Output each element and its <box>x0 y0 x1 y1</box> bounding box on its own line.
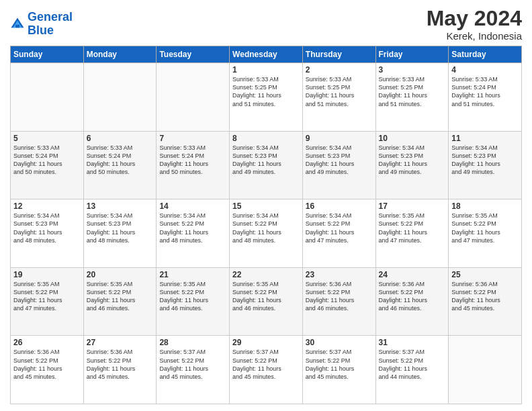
day-info: Sunrise: 5:33 AM Sunset: 5:24 PM Dayligh… <box>451 75 519 108</box>
day-number: 19 <box>13 270 81 279</box>
day-number: 15 <box>232 201 300 211</box>
day-info: Sunrise: 5:34 AM Sunset: 5:22 PM Dayligh… <box>306 212 373 244</box>
calendar-header-saturday: Saturday <box>449 46 522 63</box>
day-info: Sunrise: 5:33 AM Sunset: 5:25 PM Dayligh… <box>232 75 300 108</box>
calendar-cell: 15Sunrise: 5:34 AM Sunset: 5:22 PM Dayli… <box>230 199 303 268</box>
calendar-week-5: 26Sunrise: 5:36 AM Sunset: 5:22 PM Dayli… <box>11 336 522 404</box>
day-info: Sunrise: 5:34 AM Sunset: 5:23 PM Dayligh… <box>306 144 373 177</box>
day-info: Sunrise: 5:33 AM Sunset: 5:24 PM Dayligh… <box>159 144 226 177</box>
title-block: May 2024 Kerek, Indonesia <box>427 7 522 42</box>
day-info: Sunrise: 5:36 AM Sunset: 5:22 PM Dayligh… <box>13 348 81 381</box>
calendar-cell: 11Sunrise: 5:34 AM Sunset: 5:23 PM Dayli… <box>449 131 522 199</box>
calendar-header-row: SundayMondayTuesdayWednesdayThursdayFrid… <box>11 46 522 63</box>
calendar-cell: 25Sunrise: 5:36 AM Sunset: 5:22 PM Dayli… <box>449 267 522 336</box>
day-info: Sunrise: 5:33 AM Sunset: 5:24 PM Dayligh… <box>13 144 81 177</box>
day-number: 11 <box>451 134 519 143</box>
calendar-cell: 4Sunrise: 5:33 AM Sunset: 5:24 PM Daylig… <box>449 63 522 132</box>
calendar-header-monday: Monday <box>83 46 157 63</box>
calendar-week-3: 12Sunrise: 5:34 AM Sunset: 5:23 PM Dayli… <box>11 199 522 268</box>
day-number: 1 <box>232 65 300 75</box>
calendar-cell: 31Sunrise: 5:37 AM Sunset: 5:22 PM Dayli… <box>375 336 449 404</box>
calendar-cell <box>157 63 230 132</box>
day-number: 29 <box>232 338 300 347</box>
calendar-cell: 23Sunrise: 5:36 AM Sunset: 5:22 PM Dayli… <box>302 267 375 336</box>
calendar-cell: 14Sunrise: 5:34 AM Sunset: 5:22 PM Dayli… <box>157 199 230 268</box>
calendar-week-1: 1Sunrise: 5:33 AM Sunset: 5:25 PM Daylig… <box>11 63 522 132</box>
day-info: Sunrise: 5:37 AM Sunset: 5:22 PM Dayligh… <box>379 348 446 381</box>
day-info: Sunrise: 5:34 AM Sunset: 5:23 PM Dayligh… <box>232 144 300 177</box>
day-number: 6 <box>87 134 154 143</box>
day-info: Sunrise: 5:34 AM Sunset: 5:23 PM Dayligh… <box>451 144 519 177</box>
day-number: 4 <box>451 65 519 75</box>
calendar-cell: 28Sunrise: 5:37 AM Sunset: 5:22 PM Dayli… <box>157 336 230 404</box>
calendar-week-2: 5Sunrise: 5:33 AM Sunset: 5:24 PM Daylig… <box>11 131 522 199</box>
day-info: Sunrise: 5:34 AM Sunset: 5:22 PM Dayligh… <box>159 212 226 244</box>
header: General Blue May 2024 Kerek, Indonesia <box>10 7 522 42</box>
calendar-cell: 8Sunrise: 5:34 AM Sunset: 5:23 PM Daylig… <box>230 131 303 199</box>
day-number: 2 <box>306 65 373 75</box>
day-number: 27 <box>87 338 154 347</box>
calendar-cell: 9Sunrise: 5:34 AM Sunset: 5:23 PM Daylig… <box>302 131 375 199</box>
page: General Blue May 2024 Kerek, Indonesia S… <box>0 0 532 411</box>
day-number: 23 <box>306 270 373 279</box>
logo-line2: Blue <box>28 24 54 37</box>
calendar-cell: 10Sunrise: 5:34 AM Sunset: 5:23 PM Dayli… <box>375 131 449 199</box>
day-info: Sunrise: 5:36 AM Sunset: 5:22 PM Dayligh… <box>379 280 446 313</box>
calendar-header-sunday: Sunday <box>11 46 84 63</box>
calendar-cell: 12Sunrise: 5:34 AM Sunset: 5:23 PM Dayli… <box>11 199 84 268</box>
calendar-cell: 13Sunrise: 5:34 AM Sunset: 5:23 PM Dayli… <box>83 199 157 268</box>
day-info: Sunrise: 5:34 AM Sunset: 5:23 PM Dayligh… <box>13 212 81 244</box>
day-number: 14 <box>159 201 226 211</box>
day-number: 28 <box>159 338 226 347</box>
day-number: 20 <box>87 270 154 279</box>
day-number: 8 <box>232 134 300 143</box>
day-number: 22 <box>232 270 300 279</box>
calendar-cell: 3Sunrise: 5:33 AM Sunset: 5:25 PM Daylig… <box>375 63 449 132</box>
calendar-cell: 20Sunrise: 5:35 AM Sunset: 5:22 PM Dayli… <box>83 267 157 336</box>
day-info: Sunrise: 5:37 AM Sunset: 5:22 PM Dayligh… <box>159 348 226 381</box>
calendar-table: SundayMondayTuesdayWednesdayThursdayFrid… <box>10 46 522 404</box>
day-info: Sunrise: 5:37 AM Sunset: 5:22 PM Dayligh… <box>232 348 300 381</box>
subtitle: Kerek, Indonesia <box>427 30 522 42</box>
day-number: 30 <box>306 338 373 347</box>
day-info: Sunrise: 5:35 AM Sunset: 5:22 PM Dayligh… <box>159 280 226 313</box>
day-info: Sunrise: 5:34 AM Sunset: 5:22 PM Dayligh… <box>232 212 300 244</box>
day-number: 3 <box>379 65 446 75</box>
calendar-cell: 1Sunrise: 5:33 AM Sunset: 5:25 PM Daylig… <box>230 63 303 132</box>
day-info: Sunrise: 5:36 AM Sunset: 5:22 PM Dayligh… <box>451 280 519 313</box>
calendar-cell <box>11 63 84 132</box>
day-number: 17 <box>379 201 446 211</box>
day-number: 26 <box>13 338 81 347</box>
calendar-cell: 16Sunrise: 5:34 AM Sunset: 5:22 PM Dayli… <box>302 199 375 268</box>
day-info: Sunrise: 5:37 AM Sunset: 5:22 PM Dayligh… <box>306 348 373 381</box>
calendar-cell <box>83 63 157 132</box>
calendar-cell <box>449 336 522 404</box>
calendar-cell: 17Sunrise: 5:35 AM Sunset: 5:22 PM Dayli… <box>375 199 449 268</box>
calendar-week-4: 19Sunrise: 5:35 AM Sunset: 5:22 PM Dayli… <box>11 267 522 336</box>
day-number: 25 <box>451 270 519 279</box>
day-number: 5 <box>13 134 81 143</box>
main-title: May 2024 <box>427 7 522 30</box>
calendar-header-thursday: Thursday <box>302 46 375 63</box>
calendar-cell: 29Sunrise: 5:37 AM Sunset: 5:22 PM Dayli… <box>230 336 303 404</box>
day-info: Sunrise: 5:35 AM Sunset: 5:22 PM Dayligh… <box>451 212 519 244</box>
calendar-cell: 24Sunrise: 5:36 AM Sunset: 5:22 PM Dayli… <box>375 267 449 336</box>
calendar-cell: 7Sunrise: 5:33 AM Sunset: 5:24 PM Daylig… <box>157 131 230 199</box>
day-number: 21 <box>159 270 226 279</box>
logo-icon <box>10 17 25 32</box>
day-info: Sunrise: 5:35 AM Sunset: 5:22 PM Dayligh… <box>13 280 81 313</box>
day-number: 18 <box>451 201 519 211</box>
day-info: Sunrise: 5:34 AM Sunset: 5:23 PM Dayligh… <box>87 212 154 244</box>
calendar-header-tuesday: Tuesday <box>157 46 230 63</box>
day-number: 16 <box>306 201 373 211</box>
day-info: Sunrise: 5:33 AM Sunset: 5:25 PM Dayligh… <box>379 75 446 108</box>
calendar-cell: 18Sunrise: 5:35 AM Sunset: 5:22 PM Dayli… <box>449 199 522 268</box>
day-number: 10 <box>379 134 446 143</box>
calendar-cell: 27Sunrise: 5:36 AM Sunset: 5:22 PM Dayli… <box>83 336 157 404</box>
day-number: 9 <box>306 134 373 143</box>
day-info: Sunrise: 5:36 AM Sunset: 5:22 PM Dayligh… <box>87 348 154 381</box>
day-info: Sunrise: 5:35 AM Sunset: 5:22 PM Dayligh… <box>379 212 446 244</box>
day-number: 24 <box>379 270 446 279</box>
calendar-cell: 5Sunrise: 5:33 AM Sunset: 5:24 PM Daylig… <box>11 131 84 199</box>
logo: General Blue <box>10 11 73 38</box>
